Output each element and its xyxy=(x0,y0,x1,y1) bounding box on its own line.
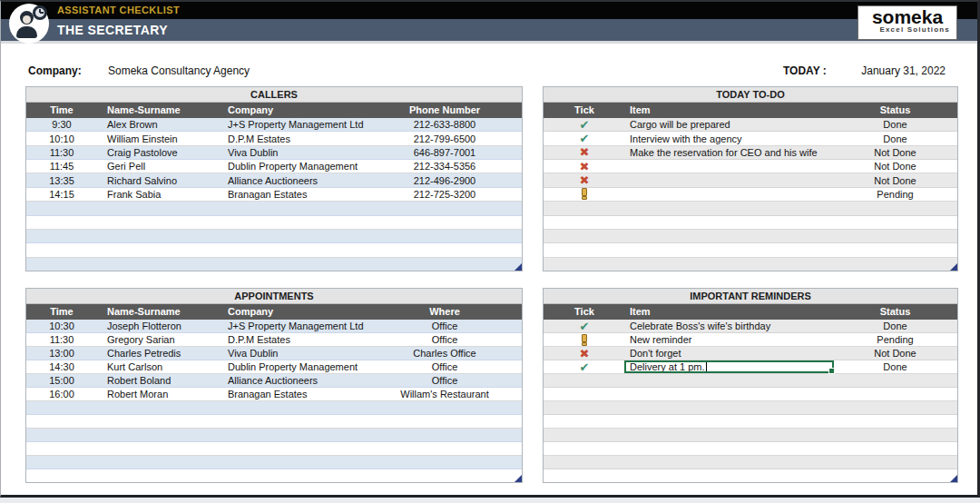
table-row: Pending xyxy=(544,188,957,202)
table-row: 13:35Richard SalvinoAlliance Auctioneers… xyxy=(26,173,522,187)
table-row: 11:45Geri PellDublin Property Management… xyxy=(26,160,522,173)
cell-item[interactable]: Delivery at 1 pm. xyxy=(625,361,833,372)
cell-company[interactable]: Branagan Estates xyxy=(222,389,368,399)
cell-company[interactable]: J+S Property Management Ltd xyxy=(222,321,368,331)
cell-time[interactable]: 13:00 xyxy=(26,348,97,359)
cell-company[interactable]: Dublin Property Management xyxy=(222,161,368,172)
cell-where[interactable]: Charles Office xyxy=(368,348,522,359)
cell-where[interactable]: Office xyxy=(368,334,522,345)
cell-status[interactable]: Done xyxy=(833,133,957,144)
cell-where[interactable]: Office xyxy=(368,361,522,372)
cell-tick[interactable]: ✖ xyxy=(544,161,625,173)
cell-time[interactable]: 10:10 xyxy=(26,133,97,144)
table-row xyxy=(544,456,957,469)
cell-time[interactable]: 14:15 xyxy=(26,189,97,200)
table-body: 10:30Joseph FlotteronJ+S Property Manage… xyxy=(26,320,522,482)
cell-name[interactable]: Kurt Carlson xyxy=(97,361,222,372)
cell-phone[interactable]: 212-496-2900 xyxy=(368,175,522,186)
cell-status[interactable]: Pending xyxy=(833,189,957,200)
cell-name[interactable]: Frank Sabia xyxy=(97,189,222,200)
cell-status[interactable]: Not Done xyxy=(833,348,957,359)
cell-phone[interactable]: 212-633-8800 xyxy=(368,119,522,130)
table-row xyxy=(544,415,957,429)
company-label: Company: xyxy=(28,64,82,77)
cell-time[interactable]: 13:35 xyxy=(26,175,97,186)
cell-name[interactable]: Gregory Sarian xyxy=(97,334,222,345)
cell-company[interactable]: Alliance Auctioneers xyxy=(222,175,368,186)
table-resize-handle[interactable] xyxy=(950,263,957,271)
cell-name[interactable]: Robert Moran xyxy=(97,389,222,399)
company-value[interactable]: Someka Consultancy Agency xyxy=(108,64,250,77)
cell-company[interactable]: D.P.M Estates xyxy=(222,334,368,345)
cell-company[interactable]: Viva Dublin xyxy=(222,147,368,158)
secretary-icon xyxy=(9,4,49,44)
table-row: ✖Not Done xyxy=(544,160,957,173)
table-resize-handle[interactable] xyxy=(514,263,522,271)
cell-time[interactable]: 11:30 xyxy=(26,334,97,345)
cell-where[interactable]: Office xyxy=(368,321,522,331)
cell-company[interactable]: Branagan Estates xyxy=(222,189,368,200)
cell-status[interactable]: Pending xyxy=(833,334,957,345)
table-row: ✔Interview with the agencyDone xyxy=(544,132,957,145)
cell-tick[interactable]: ✔ xyxy=(544,119,625,131)
cell-status[interactable]: Done xyxy=(833,119,957,130)
table-resize-handle[interactable] xyxy=(514,475,522,482)
cell-company[interactable]: D.P.M Estates xyxy=(222,133,368,144)
cell-item[interactable]: Celebrate Boss's wife's birthday xyxy=(625,321,833,331)
cell-item[interactable]: Don't forget xyxy=(625,348,833,359)
cell-tick[interactable]: ✖ xyxy=(544,348,625,360)
table-row: 10:30Joseph FlotteronJ+S Property Manage… xyxy=(26,320,522,333)
cell-time[interactable]: 9:30 xyxy=(26,119,97,130)
app-header: ASSISTANT CHECKLIST THE SECRETARY someka… xyxy=(1,2,977,44)
cell-status[interactable]: Not Done xyxy=(833,175,957,186)
cell-phone[interactable]: 212-725-3200 xyxy=(368,189,522,200)
cell-time[interactable]: 14:30 xyxy=(26,361,97,372)
cell-tick[interactable] xyxy=(544,334,625,346)
cell-time[interactable]: 11:45 xyxy=(26,161,97,172)
logo-brand-text: someka xyxy=(858,6,956,27)
table-row xyxy=(544,230,957,243)
cell-phone[interactable]: 212-799-6500 xyxy=(368,133,522,144)
cell-where[interactable]: Willam's Restaurant xyxy=(368,389,522,399)
cell-tick[interactable]: ✔ xyxy=(544,321,625,332)
cross-icon: ✖ xyxy=(580,145,590,159)
cell-company[interactable]: Dublin Property Management xyxy=(222,361,368,372)
cell-name[interactable]: Joseph Flotteron xyxy=(97,321,222,331)
cell-status[interactable]: Done xyxy=(833,321,957,331)
table-title: IMPORTANT REMINDERS xyxy=(544,289,957,304)
cell-tick[interactable] xyxy=(544,188,625,200)
cell-item[interactable]: Interview with the agency xyxy=(625,133,833,144)
cell-name[interactable]: Charles Petredis xyxy=(97,348,222,359)
cell-item[interactable]: Cargo will be prepared xyxy=(625,119,833,130)
cell-name[interactable]: Geri Pell xyxy=(97,161,222,172)
cell-name[interactable]: Craig Pastolove xyxy=(97,147,222,158)
cell-phone[interactable]: 212-334-5356 xyxy=(368,161,522,172)
cell-item[interactable]: Make the reservation for CEO and his wif… xyxy=(625,147,833,158)
cell-name[interactable]: Alex Brown xyxy=(97,119,222,130)
cell-name[interactable]: William Einstein xyxy=(97,133,222,144)
cell-status[interactable]: Not Done xyxy=(833,161,957,172)
cell-company[interactable]: Alliance Auctioneers xyxy=(222,375,368,386)
table-row: New reminderPending xyxy=(544,333,957,347)
cell-time[interactable]: 10:30 xyxy=(26,321,97,331)
table-resize-handle[interactable] xyxy=(950,475,957,482)
cell-company[interactable]: J+S Property Management Ltd xyxy=(222,119,368,130)
cell-tick[interactable]: ✔ xyxy=(544,361,625,373)
cell-time[interactable]: 16:00 xyxy=(26,389,97,399)
cell-name[interactable]: Robert Boland xyxy=(97,375,222,386)
appointments-table: APPOINTMENTSTimeName-SurnameCompanyWhere… xyxy=(25,288,523,483)
cell-time[interactable]: 11:30 xyxy=(26,147,97,158)
cell-company[interactable]: Viva Dublin xyxy=(222,348,368,359)
cell-status[interactable]: Not Done xyxy=(833,147,957,158)
cell-where[interactable]: Office xyxy=(368,375,522,386)
cell-name[interactable]: Richard Salvino xyxy=(97,175,222,186)
cell-time[interactable]: 15:00 xyxy=(26,375,97,386)
cell-tick[interactable]: ✖ xyxy=(544,146,625,158)
cell-tick[interactable]: ✖ xyxy=(544,174,625,186)
cell-phone[interactable]: 646-897-7001 xyxy=(368,147,522,158)
cell-item[interactable]: New reminder xyxy=(625,334,833,345)
table-row xyxy=(26,415,522,429)
today-value[interactable]: January 31, 2022 xyxy=(861,64,946,77)
cell-status[interactable]: Done xyxy=(833,361,957,372)
cell-tick[interactable]: ✔ xyxy=(544,133,625,144)
